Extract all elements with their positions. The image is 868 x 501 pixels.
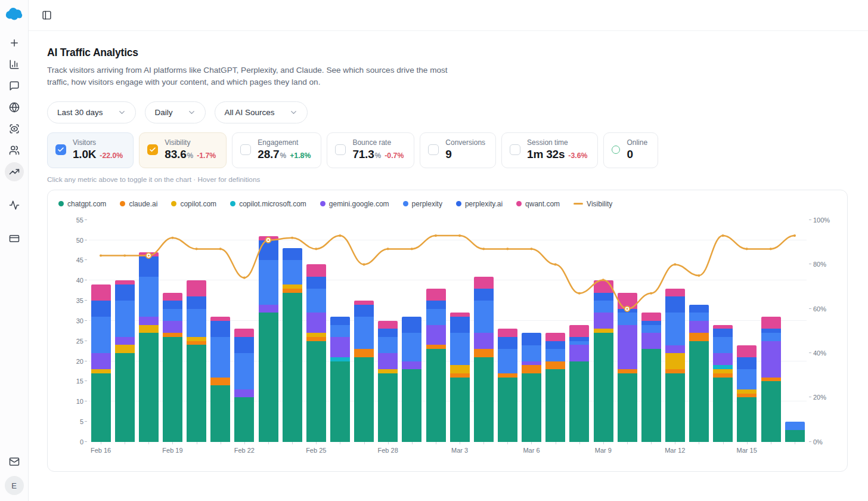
legend-item-copilot-microsoft-com[interactable]: copilot.microsoft.com bbox=[230, 200, 306, 208]
stacked-bar[interactable] bbox=[259, 236, 278, 442]
stacked-bar[interactable] bbox=[594, 280, 613, 441]
bar-segment-chatgpt-com bbox=[378, 373, 398, 442]
stacked-bar[interactable] bbox=[713, 325, 733, 442]
stacked-bar[interactable] bbox=[522, 333, 541, 442]
bar-segment-chatgpt-com bbox=[234, 397, 254, 441]
timerange-select[interactable]: Last 30 days bbox=[47, 101, 136, 123]
legend-item-perplexity-ai[interactable]: perplexity.ai bbox=[456, 200, 503, 208]
sidebar-item-ai-traffic[interactable] bbox=[5, 162, 24, 181]
stacked-bar[interactable] bbox=[91, 284, 111, 442]
legend-item-visibility[interactable]: Visibility bbox=[574, 200, 612, 208]
metric-checkbox[interactable] bbox=[428, 144, 439, 155]
sidebar-toggle-button[interactable] bbox=[39, 8, 54, 23]
bar-slot bbox=[783, 220, 807, 442]
stacked-bar[interactable] bbox=[139, 252, 159, 442]
sidebar-item-activity[interactable] bbox=[5, 196, 24, 215]
bar-segment-qwant-com bbox=[234, 329, 254, 337]
stacked-bar[interactable] bbox=[283, 248, 302, 442]
legend-label: copilot.com bbox=[180, 200, 216, 208]
stacked-bar[interactable] bbox=[665, 289, 685, 442]
bar-segment-copilot-microsoft-com bbox=[330, 357, 350, 361]
sidebar-item-insights[interactable] bbox=[5, 119, 24, 138]
bar-segment-gemini-google-com bbox=[522, 361, 541, 366]
metric-card-bounce-rate[interactable]: Bounce rate71.3%-0.7% bbox=[327, 132, 414, 168]
stacked-bar[interactable] bbox=[234, 329, 254, 441]
x-axis-tick bbox=[460, 442, 460, 444]
stacked-bar[interactable] bbox=[306, 264, 326, 442]
bar-segment-perplexity-ai bbox=[569, 337, 589, 341]
stacked-bar[interactable] bbox=[210, 317, 230, 442]
metric-checkbox[interactable] bbox=[55, 144, 66, 155]
granularity-select[interactable]: Daily bbox=[145, 101, 206, 123]
sidebar-item-analytics[interactable] bbox=[5, 55, 24, 74]
bar-segment-copilot-com bbox=[665, 353, 685, 369]
metric-checkbox[interactable] bbox=[147, 144, 158, 155]
sidebar-item-new[interactable] bbox=[5, 33, 24, 52]
x-axis-tick bbox=[531, 442, 532, 444]
metric-value: 71.3 bbox=[352, 148, 374, 161]
stacked-bar[interactable] bbox=[737, 345, 757, 442]
stacked-bar[interactable] bbox=[330, 317, 350, 442]
x-axis-tick bbox=[388, 442, 389, 444]
stacked-bar[interactable] bbox=[115, 280, 135, 441]
sidebar-item-messages[interactable] bbox=[5, 76, 24, 95]
legend-item-gemini-google-com[interactable]: gemini.google.com bbox=[320, 200, 389, 208]
legend-item-chatgpt-com[interactable]: chatgpt.com bbox=[58, 200, 106, 208]
legend-item-copilot-com[interactable]: copilot.com bbox=[171, 200, 216, 208]
legend-item-perplexity[interactable]: perplexity bbox=[403, 200, 442, 208]
metric-checkbox[interactable] bbox=[335, 144, 346, 155]
metric-value-row: 1m 32s-3.6% bbox=[527, 148, 587, 161]
bar-slot bbox=[328, 220, 352, 442]
bar-slot bbox=[520, 220, 544, 442]
stacked-bar[interactable] bbox=[402, 317, 421, 442]
stacked-bar[interactable] bbox=[163, 293, 182, 442]
legend-item-claude-ai[interactable]: claude.ai bbox=[120, 200, 157, 208]
bar-segment-gemini-google-com bbox=[91, 353, 111, 369]
stacked-bar[interactable] bbox=[689, 305, 709, 442]
x-axis-tick bbox=[747, 442, 748, 444]
source-select[interactable]: All AI Sources bbox=[215, 101, 308, 123]
metric-value-suffix: % bbox=[187, 151, 194, 160]
right-axis-tick bbox=[809, 397, 811, 397]
metric-checkbox[interactable] bbox=[240, 144, 251, 155]
stacked-bar[interactable] bbox=[450, 313, 470, 441]
sidebar-item-billing[interactable] bbox=[5, 229, 24, 248]
metric-card-session-time[interactable]: Session time1m 32s-3.6% bbox=[501, 132, 598, 168]
stacked-bar[interactable] bbox=[474, 277, 494, 442]
bar-segment-gemini-google-com bbox=[474, 333, 494, 349]
stacked-bar[interactable] bbox=[618, 293, 637, 442]
stacked-bar[interactable] bbox=[354, 301, 374, 442]
bar-slot bbox=[495, 220, 519, 442]
stacked-bar[interactable] bbox=[378, 321, 398, 442]
mail-icon bbox=[9, 456, 20, 467]
metric-card-visitors[interactable]: Visitors1.0K-22.0% bbox=[47, 132, 134, 168]
stacked-bar[interactable] bbox=[785, 422, 805, 442]
check-icon bbox=[149, 146, 156, 153]
bar-segment-claude-ai bbox=[283, 289, 302, 293]
metric-checkbox[interactable] bbox=[510, 144, 520, 155]
sidebar-item-inbox[interactable] bbox=[5, 452, 24, 471]
stacked-bar[interactable] bbox=[187, 280, 206, 441]
stacked-bar[interactable] bbox=[569, 325, 589, 442]
metric-label: Visitors bbox=[73, 138, 123, 147]
metric-card-online[interactable]: Online0 bbox=[603, 132, 658, 168]
y-axis-tick bbox=[85, 441, 87, 442]
sidebar-item-web[interactable] bbox=[5, 98, 24, 117]
bar-segment-perplexity-ai bbox=[498, 337, 517, 349]
legend-label: qwant.com bbox=[525, 200, 560, 208]
stacked-bar[interactable] bbox=[498, 329, 517, 441]
legend-item-qwant-com[interactable]: qwant.com bbox=[516, 200, 560, 208]
metric-card-conversions[interactable]: Conversions9 bbox=[420, 132, 496, 168]
metric-label: Engagement bbox=[258, 138, 311, 147]
user-avatar[interactable]: E bbox=[5, 476, 24, 495]
stacked-bar[interactable] bbox=[641, 313, 661, 441]
stacked-bar[interactable] bbox=[761, 317, 781, 442]
metric-card-visibility[interactable]: Visibility83.6%-1.7% bbox=[139, 132, 227, 168]
legend-label: chatgpt.com bbox=[67, 200, 106, 208]
sidebar-item-audience[interactable] bbox=[5, 141, 24, 160]
stacked-bar[interactable] bbox=[545, 333, 565, 442]
stacked-bar[interactable] bbox=[426, 289, 446, 442]
metric-card-engagement[interactable]: Engagement28.7%+1.8% bbox=[232, 132, 321, 168]
bar-segment-qwant-com bbox=[210, 317, 230, 321]
metric-value-row: 28.7%+1.8% bbox=[258, 148, 311, 161]
